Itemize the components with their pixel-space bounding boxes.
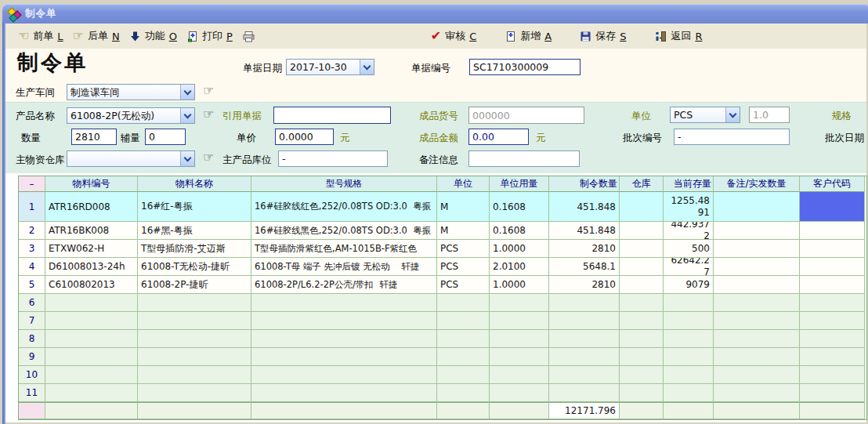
row-number[interactable]: 9 — [19, 348, 45, 366]
column-header-usage[interactable]: 单位用量 — [490, 176, 549, 192]
cell-stock[interactable] — [664, 348, 714, 366]
audit-button[interactable]: ✔ 审核C — [426, 27, 481, 45]
cell-unit[interactable] — [437, 366, 490, 384]
row-number[interactable]: 3 — [19, 240, 45, 258]
hand-picker-icon[interactable]: ☞ — [203, 85, 214, 97]
cell-unit[interactable]: PCS — [437, 258, 490, 276]
cell-usage[interactable] — [490, 366, 549, 384]
chevron-down-icon[interactable] — [180, 85, 194, 100]
cell-spec[interactable] — [251, 384, 437, 402]
cell-stock[interactable] — [664, 384, 714, 402]
column-header-remark[interactable]: 备注/实发数量 — [714, 176, 800, 192]
cell-code[interactable]: D61008013-24h — [45, 258, 138, 276]
cell-qty[interactable]: 2810 — [549, 240, 620, 258]
cell-wh[interactable] — [620, 366, 664, 384]
cell-unit[interactable] — [437, 312, 490, 330]
cell-stock[interactable]: 62642.27 — [664, 258, 714, 276]
cell-wh[interactable] — [620, 384, 664, 402]
cell-code[interactable] — [45, 384, 138, 402]
cell-wh[interactable] — [620, 240, 664, 258]
cell-name[interactable] — [138, 294, 251, 312]
cell-cust[interactable] — [800, 276, 865, 294]
functions-button[interactable]: 功能O — [125, 27, 182, 45]
cell-qty[interactable] — [549, 366, 620, 384]
cell-spec[interactable]: 61008-T母 端子 先冲后镀 无松动 轩捷 — [251, 258, 437, 276]
cell-code[interactable] — [45, 348, 138, 366]
cell-code[interactable] — [45, 366, 138, 384]
add-new-button[interactable]: 新增A — [500, 27, 556, 45]
cell-wh[interactable] — [620, 330, 664, 348]
cell-spec[interactable]: 61008-2P/L6.2-2P公壳/带扣 轩捷 — [251, 276, 437, 294]
cell-qty[interactable] — [549, 330, 620, 348]
hand-picker-icon[interactable]: ☞ — [203, 108, 214, 121]
column-header-stock[interactable]: 当前存量 — [664, 176, 714, 192]
cell-remark[interactable] — [714, 366, 800, 384]
remark-field[interactable] — [468, 150, 580, 167]
cell-wh[interactable] — [620, 276, 664, 294]
doc-date-select[interactable]: 2017-10-30 — [286, 59, 374, 75]
cell-qty[interactable] — [549, 384, 620, 402]
cell-qty[interactable]: 451.848 — [549, 192, 620, 222]
cell-usage[interactable]: 0.1608 — [490, 222, 549, 240]
doc-no-field[interactable] — [469, 59, 580, 75]
cell-qty[interactable] — [549, 348, 620, 366]
cell-wh[interactable] — [620, 192, 664, 222]
row-number[interactable]: 4 — [19, 258, 45, 276]
workshop-select[interactable]: 制造课车间 — [67, 84, 195, 100]
cell-stock[interactable]: 442.9372 — [664, 222, 714, 240]
aux-qty-field[interactable] — [145, 129, 186, 145]
cell-remark[interactable] — [714, 330, 800, 348]
cell-name[interactable]: 16#黑-粤振 — [138, 222, 251, 240]
cell-code[interactable]: ATR16BK008 — [45, 222, 138, 240]
cell-remark[interactable] — [714, 222, 800, 240]
cell-cust[interactable] — [800, 348, 865, 366]
printer-icon-button[interactable] — [237, 28, 260, 45]
cell-qty[interactable]: 2810 — [549, 276, 620, 294]
window-titlebar[interactable]: 制令单 — [2, 4, 868, 24]
cell-spec[interactable]: T型母插防滑紫红色,AM-1015B-F紫红色 — [251, 240, 437, 258]
save-button[interactable]: 保存S — [575, 27, 631, 45]
prev-doc-button[interactable]: ☜ 前单L — [13, 27, 68, 45]
row-number[interactable]: 6 — [19, 294, 45, 312]
cell-code[interactable] — [45, 294, 138, 312]
cell-remark[interactable] — [714, 348, 800, 366]
amount-field[interactable] — [468, 129, 529, 145]
price-field[interactable] — [275, 129, 334, 145]
cell-spec[interactable]: 16#硅胶线红色,252/0.08TS OD:3.0 粤振 — [251, 192, 437, 222]
cell-usage[interactable] — [490, 330, 549, 348]
chevron-down-icon[interactable] — [180, 151, 194, 166]
cell-code[interactable]: ATR16RD008 — [45, 192, 138, 222]
cell-stock[interactable] — [664, 330, 714, 348]
cell-usage[interactable] — [490, 294, 549, 312]
row-number[interactable]: 7 — [19, 312, 45, 330]
column-header-code[interactable]: 物料编号 — [45, 176, 138, 192]
row-number[interactable]: 8 — [19, 330, 45, 348]
column-header-wh[interactable]: 仓库 — [620, 176, 664, 192]
next-doc-button[interactable]: ☞ 后单N — [68, 27, 125, 45]
cell-spec[interactable] — [251, 366, 437, 384]
cell-stock[interactable]: 1255.4891 — [664, 192, 714, 222]
column-header-spec[interactable]: 型号规格 — [251, 176, 437, 192]
chevron-down-icon[interactable] — [360, 60, 374, 74]
cell-spec[interactable]: 16#硅胶线黑色,252/0.08TS OD:3.0 粤振 — [251, 222, 437, 240]
cell-usage[interactable] — [490, 348, 549, 366]
cell-usage[interactable]: 2.0100 — [490, 258, 549, 276]
cell-usage[interactable] — [490, 312, 549, 330]
cell-name[interactable]: 61008-T无松动-捷昕 — [138, 258, 251, 276]
cell-usage[interactable]: 1.0000 — [490, 240, 549, 258]
cell-stock[interactable]: 9079 — [664, 276, 714, 294]
cell-wh[interactable] — [620, 258, 664, 276]
cell-usage[interactable]: 0.1608 — [490, 192, 549, 222]
finished-no-field[interactable] — [468, 107, 584, 124]
cell-remark[interactable] — [714, 258, 800, 276]
ref-doc-field[interactable] — [273, 107, 391, 124]
column-header-cust[interactable]: 客户代码 — [800, 176, 865, 192]
unit-select[interactable]: PCS — [670, 107, 740, 123]
cell-code[interactable] — [45, 330, 138, 348]
cell-remark[interactable] — [714, 312, 800, 330]
qty-field[interactable] — [71, 129, 117, 145]
cell-remark[interactable] — [714, 384, 800, 402]
column-header-num[interactable]: – — [19, 176, 45, 192]
cell-stock[interactable] — [664, 366, 714, 384]
batch-no-field[interactable] — [674, 129, 790, 145]
